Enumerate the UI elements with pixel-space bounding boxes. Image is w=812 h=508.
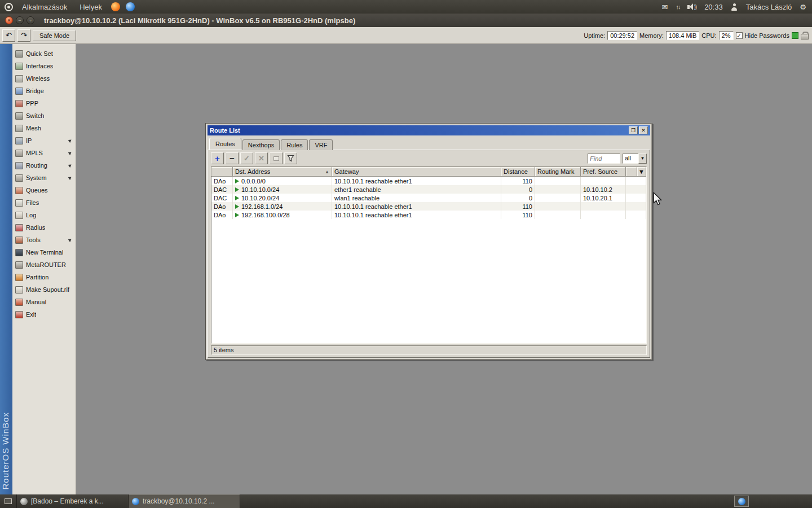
- taskbar-item-label: [Badoo – Emberek a k...: [31, 497, 104, 505]
- disable-route-button[interactable]: ✕: [255, 152, 268, 164]
- sidebar-item[interactable]: Wireless: [12, 72, 76, 85]
- window-minimize-button[interactable]: −: [16, 16, 24, 24]
- route-list-window: Route List ❐ ✕ Routes Nexthops Rules VRF…: [205, 123, 652, 360]
- mail-icon[interactable]: ✉: [662, 3, 668, 11]
- taskbar-item-icon: [20, 498, 28, 505]
- sidebar-item[interactable]: MPLS: [12, 147, 76, 159]
- route-list-close-button[interactable]: ✕: [639, 126, 648, 134]
- route-table-header: Dst. Address ▲ Gateway Distance Routing …: [211, 167, 646, 177]
- sidebar-item[interactable]: New Terminal: [12, 246, 76, 259]
- route-list-maximize-button[interactable]: ❐: [629, 126, 638, 134]
- sidebar-item[interactable]: Quick Set: [12, 47, 76, 60]
- sidebar-item[interactable]: IP: [12, 134, 76, 147]
- sidebar-item[interactable]: Exit: [12, 308, 76, 321]
- menu-places[interactable]: Helyek: [76, 2, 105, 12]
- route-dst-cell: 10.10.10.0/24: [233, 185, 332, 194]
- sidebar-item[interactable]: Make Supout.rif: [12, 283, 76, 296]
- column-header-gateway[interactable]: Gateway: [332, 167, 501, 177]
- chevron-down-icon[interactable]: ▼: [638, 154, 647, 164]
- find-input[interactable]: [588, 154, 620, 164]
- route-routing-mark: [535, 211, 581, 219]
- sidebar-item-icon: [15, 212, 23, 219]
- clock[interactable]: 20:33: [704, 3, 723, 11]
- window-close-button[interactable]: ×: [5, 16, 13, 24]
- sidebar-item[interactable]: Log: [12, 209, 76, 221]
- taskbar: [Badoo – Emberek a k... trackboy@10.10.1…: [0, 494, 812, 508]
- sidebar-item[interactable]: Partition: [12, 271, 76, 283]
- hide-passwords-checkbox[interactable]: ✓: [736, 32, 743, 39]
- column-header-pref-source[interactable]: Pref. Source: [581, 167, 626, 177]
- sidebar-item-icon: [15, 63, 23, 70]
- winbox-app-icon[interactable]: [126, 2, 135, 11]
- window-maximize-button[interactable]: ▫: [27, 16, 34, 24]
- menu-applications[interactable]: Alkalmazások: [19, 2, 70, 12]
- enable-route-button[interactable]: ✓: [240, 152, 253, 164]
- sidebar-item[interactable]: Tools: [12, 234, 76, 246]
- sidebar-item[interactable]: Interfaces: [12, 60, 76, 72]
- tab[interactable]: Rules: [281, 139, 308, 150]
- sidebar-item[interactable]: MetaROUTER: [12, 259, 76, 271]
- sidebar-item[interactable]: Routing: [12, 159, 76, 172]
- ubuntu-logo-icon[interactable]: [5, 3, 13, 11]
- table-row[interactable]: DAo 192.168.100.0/28 10.10.10.1 reachabl…: [211, 211, 646, 219]
- column-header-flags[interactable]: [211, 167, 233, 177]
- route-dst-text: 10.10.20.0/24: [241, 195, 279, 202]
- undo-button[interactable]: ↶: [2, 29, 15, 42]
- sidebar-item[interactable]: System: [12, 172, 76, 184]
- tray-winbox-icon[interactable]: [734, 496, 749, 507]
- column-header-dst-label: Dst. Address: [235, 168, 270, 175]
- sidebar-item[interactable]: Switch: [12, 110, 76, 122]
- firefox-icon[interactable]: [111, 2, 120, 11]
- sidebar-item-icon: [15, 187, 23, 194]
- table-row[interactable]: DAC 10.10.10.0/24 ether1 reachable 0 10.…: [211, 185, 646, 194]
- column-header-distance[interactable]: Distance: [501, 167, 535, 177]
- route-flags: DAo: [211, 202, 233, 211]
- sidebar-item-icon: [15, 162, 23, 169]
- sidebar-item[interactable]: Mesh: [12, 122, 76, 134]
- remove-route-button[interactable]: −: [226, 152, 239, 164]
- tab[interactable]: Nexthops: [242, 139, 280, 150]
- table-row[interactable]: DAo 192.168.1.0/24 10.10.10.1 reachable …: [211, 202, 646, 211]
- route-list-panel: + − ✓ ✕ all ▼ Dst. Address ▲: [208, 150, 650, 358]
- sidebar-item[interactable]: Queues: [12, 184, 76, 196]
- submenu-arrow-icon: [68, 138, 73, 143]
- route-dst-text: 10.10.10.0/24: [241, 186, 279, 193]
- sidebar-item[interactable]: Manual: [12, 296, 76, 308]
- sidebar-item-icon: [15, 87, 23, 95]
- column-chooser-button[interactable]: ▼: [637, 167, 646, 177]
- taskbar-item[interactable]: [Badoo – Emberek a k...: [17, 494, 129, 508]
- volume-icon[interactable]: )): [687, 3, 696, 10]
- add-route-button[interactable]: +: [211, 152, 224, 164]
- column-header-dst-address[interactable]: Dst. Address ▲: [233, 167, 332, 177]
- filter-button[interactable]: [284, 152, 297, 164]
- tab[interactable]: Routes: [209, 138, 241, 150]
- sidebar-item-label: Partition: [26, 274, 48, 281]
- safe-mode-button[interactable]: Safe Mode: [33, 30, 76, 41]
- column-header-routing-mark[interactable]: Routing Mark: [535, 167, 581, 177]
- sidebar-item-label: Radius: [26, 224, 45, 231]
- network-indicator-icon[interactable]: ↑↓: [676, 3, 679, 10]
- sidebar-item-label: MetaROUTER: [26, 261, 66, 268]
- sidebar-item[interactable]: PPP: [12, 97, 76, 110]
- route-list-titlebar[interactable]: Route List ❐ ✕: [208, 125, 650, 135]
- sidebar-item[interactable]: Files: [12, 196, 76, 209]
- sidebar-item-icon: [15, 224, 23, 231]
- route-filler-cell: [626, 185, 646, 194]
- table-row[interactable]: DAC 10.10.20.0/24 wlan1 reachable 0 10.1…: [211, 194, 646, 202]
- session-gear-icon[interactable]: ⚙: [800, 3, 806, 11]
- filter-combo[interactable]: all ▼: [623, 154, 647, 164]
- cpu-value: 2%: [719, 31, 734, 40]
- route-distance: 110: [501, 202, 535, 211]
- table-row[interactable]: DAo 0.0.0.0/0 10.10.10.1 reachable ether…: [211, 177, 646, 185]
- filter-combo-value: all: [623, 154, 638, 164]
- sidebar-item-label: Log: [26, 212, 36, 218]
- sidebar-item[interactable]: Bridge: [12, 85, 76, 97]
- sidebar-item[interactable]: Radius: [12, 221, 76, 234]
- user-name[interactable]: Takács László: [746, 3, 792, 11]
- route-dst-cell: 192.168.1.0/24: [233, 202, 332, 211]
- taskbar-item[interactable]: trackboy@10.10.10.2 ...: [129, 494, 240, 508]
- redo-button[interactable]: ↷: [17, 29, 30, 42]
- tab[interactable]: VRF: [309, 139, 333, 150]
- show-desktop-button[interactable]: [0, 494, 17, 508]
- comment-button[interactable]: [270, 152, 283, 164]
